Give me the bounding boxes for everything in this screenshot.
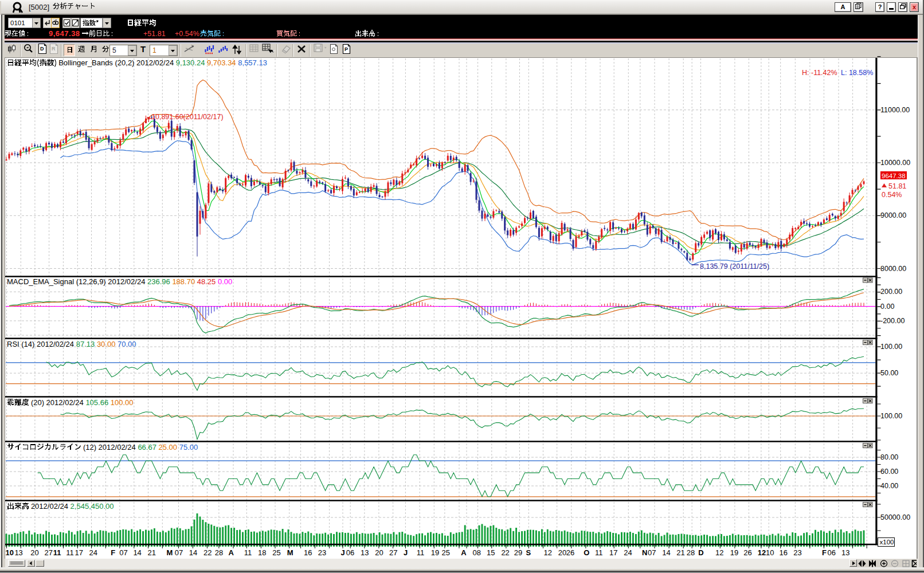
svg-text:RSI (14) 2012/02/24: RSI (14) 2012/02/24 xyxy=(7,340,74,348)
svg-text:8,557.13: 8,557.13 xyxy=(238,58,267,67)
svg-text:H: -11.42%: H: -11.42% xyxy=(802,69,837,77)
svg-text:100.00: 100.00 xyxy=(111,398,134,407)
svg-text:L: 18.58%: L: 18.58% xyxy=(841,69,873,77)
svg-text:2012/02/24: 2012/02/24 xyxy=(31,502,68,511)
svg-text:188.70: 188.70 xyxy=(172,277,195,286)
svg-text:MACD_EMA_Signal (12,26,9) 2012: MACD_EMA_Signal (12,26,9) 2012/02/24 xyxy=(7,277,145,286)
svg-text:66.67: 66.67 xyxy=(138,443,156,452)
svg-text:25.00: 25.00 xyxy=(159,443,178,452)
svg-text:10,891.60(2011/02/17): 10,891.60(2011/02/17) xyxy=(151,113,224,121)
svg-text:75.00: 75.00 xyxy=(179,443,198,452)
svg-text:236.96: 236.96 xyxy=(147,277,170,286)
svg-text:2,545,450.00: 2,545,450.00 xyxy=(71,502,114,511)
svg-text:30.00: 30.00 xyxy=(97,340,116,348)
svg-text:9,130.24: 9,130.24 xyxy=(176,58,205,67)
svg-text:9,703.34: 9,703.34 xyxy=(207,58,236,67)
svg-text:87.13: 87.13 xyxy=(76,340,95,348)
svg-text:105.66: 105.66 xyxy=(85,398,108,407)
svg-text:48.25: 48.25 xyxy=(197,277,216,286)
svg-text:70.00: 70.00 xyxy=(118,340,136,348)
svg-text:8,135.79 (2011/11/25): 8,135.79 (2011/11/25) xyxy=(700,262,769,270)
svg-text:0.00: 0.00 xyxy=(218,277,232,286)
svg-text:(20) 2012/02/24: (20) 2012/02/24 xyxy=(31,398,84,407)
svg-text:(12) 2012/02/24: (12) 2012/02/24 xyxy=(83,443,136,452)
svg-text:Bollinger_Bands (20,2) 2012/02: Bollinger_Bands (20,2) 2012/02/24 xyxy=(58,58,174,67)
